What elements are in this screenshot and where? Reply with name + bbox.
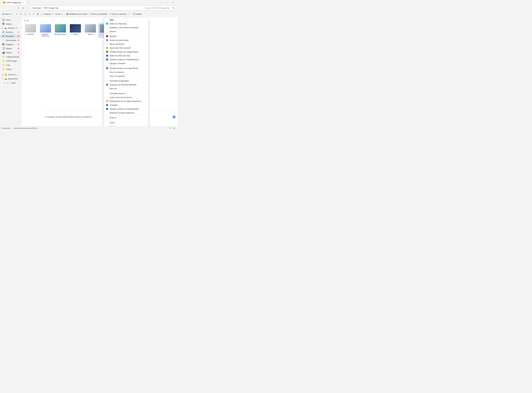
cm-label-blocnotas: Editar en el Bloc de notas <box>110 55 146 57</box>
bottom-text: el contenido. De esta manera liberas esp… <box>45 116 92 118</box>
cm-item-enviar_a[interactable]: Enviar a› <box>104 116 148 120</box>
cm-icon-acceso <box>106 92 108 94</box>
ordenar-button[interactable]: ↕ Ordenar ∨ <box>42 12 54 16</box>
breadcrumb-descargas[interactable]: Descargas <box>33 7 41 9</box>
file-item-radares[interactable]: radares <box>83 23 97 38</box>
cm-icon-quickshare <box>106 39 108 41</box>
nuevo-button[interactable]: ⊕ Nuevo ∨ <box>1 12 13 16</box>
cm-item-quickshare[interactable]: Enviar con Quick Share <box>104 38 148 42</box>
cm-item-ruta[interactable]: Copiar como ruta de acceso <box>104 95 148 99</box>
cortar-button[interactable]: ✂ <box>15 12 19 16</box>
compartir-button[interactable]: ↗ <box>32 12 35 16</box>
forward-button[interactable]: → <box>6 6 10 10</box>
cm-item-clipchamp[interactable]: CEditar con Clipchamp <box>104 22 148 26</box>
address-expand-button[interactable]: › <box>26 6 30 10</box>
girar-izq-button[interactable]: ↺ Girar a la izquierda <box>89 12 108 16</box>
file-item-brujula[interactable]: brujula <box>68 23 82 38</box>
window-controls: ─ □ ✕ <box>157 0 176 5</box>
cm-item-cortar[interactable]: Cortar <box>104 121 148 124</box>
sidebar-item-curp[interactable]: 📁 Curp <box>0 63 21 67</box>
tab-close-button[interactable]: ✕ <box>22 1 24 4</box>
sidebar-item-galeria[interactable]: 🖼 Galería <box>0 22 21 26</box>
new-tab-button[interactable]: + <box>26 0 30 5</box>
fondo-button[interactable]: 🖼 Establecer como fondo <box>65 12 88 16</box>
cm-item-powerrename2[interactable]: PCambiar nombre con PowerRename <box>104 107 148 111</box>
cm-item-girar_izq[interactable]: Girar a la izquierda <box>104 74 148 78</box>
eliminar-button[interactable]: 🗑 <box>36 12 40 16</box>
sidebar-item-descargas[interactable]: ⬇ Descargas 📌 <box>0 34 21 38</box>
close-button[interactable]: ✕ <box>170 0 176 5</box>
girar-der-label: Girar a la derecha <box>112 13 126 15</box>
cm-item-abrir_con[interactable]: Abrir con› <box>104 87 148 90</box>
cm-label-fondo: Establecer como fondo de escritorio <box>110 27 146 29</box>
cm-item-defender[interactable]: DExaminar con Microsoft Defender... <box>104 83 148 87</box>
sidebar-item-capturas[interactable]: 📁 Capturas de par <box>0 55 21 59</box>
cm-item-compartir[interactable]: Compartir <box>104 103 148 107</box>
sidebar-item-choy[interactable]: 📁 CHOY Images d <box>0 59 21 63</box>
sidebar-item-videos2[interactable]: 📁 Vídeos <box>0 67 21 71</box>
cm-label-imageresizer2: Cambiar tamaño con Image Resizer <box>110 67 146 69</box>
sidebar-item-juanma[interactable]: ▶ ☁ Juanma - Persor <box>0 26 21 30</box>
cm-item-acceso[interactable]: Conceder acceso a› <box>104 91 148 95</box>
cm-item-restaurar[interactable]: Restaurar versiones anteriores <box>104 111 148 115</box>
sidebar-item-icloud-drive[interactable]: ▼ ☁ iCloud Drive <box>0 77 21 81</box>
copiar-button[interactable]: ⊙ <box>19 12 23 16</box>
grid-view-button[interactable]: ⊞ <box>173 127 176 130</box>
minimize-button[interactable]: ─ <box>157 0 163 5</box>
search-box[interactable]: 🔍 <box>144 6 176 10</box>
file-item-liberador[interactable]: liberador-archivos-pc <box>39 23 52 38</box>
list-view-button[interactable]: ☰ <box>169 127 172 130</box>
sidebar-item-imagenes[interactable]: 🖼 Imágenes 📌 <box>0 43 21 46</box>
sidebar-item-musica[interactable]: 🎵 Música 📌 <box>0 46 21 50</box>
ver-button[interactable]: ⊞ Ver ∨ <box>54 12 64 16</box>
section-header-today[interactable]: ▼ hoy <box>24 19 175 23</box>
cm-item-cerrajero[interactable]: 🔒Desbloquear con Cerrajero de archivos <box>104 99 148 103</box>
sidebar-item-inicio[interactable]: 🏠 Inicio <box>0 18 21 22</box>
cm-icon-powerrename1: P <box>106 58 108 61</box>
cm-item-imageresizer1[interactable]: Cambiar tamaño con Image Resizer <box>104 50 148 54</box>
cm-divider-13 <box>104 66 148 66</box>
ordenar-chevron: ∨ <box>51 13 53 15</box>
cm-item-favoritos[interactable]: Agregar a Favoritos <box>104 61 148 65</box>
sidebar-item-fotos-icloud[interactable]: ▶ 🟡 Fotos en iCloud <box>0 73 21 77</box>
more-button[interactable]: ··· <box>128 12 131 16</box>
cm-item-abrir[interactable]: Abrir <box>104 18 148 22</box>
cm-item-winrar[interactable]: RWinRAR› <box>104 34 148 38</box>
file-thumb-liberador <box>40 24 51 33</box>
cm-label-quickshare: Enviar con Quick Share <box>110 39 146 41</box>
sidebar-item-escritorio[interactable]: 🖥 Escritorio 📌 <box>0 30 21 34</box>
maximize-button[interactable]: □ <box>163 0 170 5</box>
cm-item-filelocksmith[interactable]: 🔒Unlock with File Locksmith <box>104 46 148 50</box>
cm-label-copiar: Copiar <box>110 125 146 126</box>
search-input[interactable] <box>146 7 172 9</box>
file-item-descargar[interactable]: descargar-mapas <box>54 23 67 38</box>
cm-item-powerrename1[interactable]: PCambiar nombre con PowerRename <box>104 58 148 61</box>
cm-item-girar_der[interactable]: Girar a la derecha <box>104 70 148 74</box>
up-button[interactable]: ↑ <box>11 6 15 10</box>
cm-item-onedrive[interactable]: Mover a OneDrive <box>104 42 148 46</box>
file-item-programas[interactable]: programas <box>24 23 37 38</box>
cm-item-copiar[interactable]: Copiar <box>104 124 148 126</box>
back-button[interactable]: ← <box>1 6 5 10</box>
toolbar-sep-2 <box>40 12 41 16</box>
pegar-button[interactable]: 📋 <box>23 12 27 16</box>
sidebar-item-documentos[interactable]: 📄 Documentos 📌 <box>0 38 21 42</box>
refresh-button[interactable]: ↻ <box>16 6 20 10</box>
videos-pin: 📌 <box>17 52 19 54</box>
main-area: 🏠 Inicio 🖼 Galería ▶ ☁ Juanma - Persor 🖥… <box>0 17 177 126</box>
sidebar-item-videos[interactable]: 📹 Vídeos 📌 <box>0 51 21 55</box>
cm-item-blocnotas[interactable]: Editar en el Bloc de notas <box>104 54 148 58</box>
cm-item-imprimir[interactable]: Imprimir <box>104 29 148 33</box>
girar-der-button[interactable]: ↻ Girar a la derecha <box>109 12 127 16</box>
view-switch-button[interactable]: ⊡ <box>21 6 25 10</box>
cm-item-imageresizer2[interactable]: Cambiar tamaño con Image Resizer <box>104 66 148 70</box>
detalles-button[interactable]: ☰ Detalles <box>132 12 143 16</box>
renombrar-button[interactable]: ✏ <box>28 12 31 16</box>
sidebar-item-trash[interactable]: ▶ 📁 .Trash <box>0 81 21 85</box>
breadcrumb-choy[interactable]: CHOY Images day <box>43 7 58 9</box>
breadcrumb-sep-1: › <box>42 7 43 9</box>
cm-item-fondo[interactable]: Establecer como fondo de escritorio <box>104 26 148 29</box>
cm-item-transmitir[interactable]: Transmitir en dispositivo› <box>104 79 148 83</box>
active-tab[interactable]: CHOY Images day ✕ <box>1 0 25 5</box>
address-bar[interactable]: Descargas › CHOY Images day <box>31 6 144 10</box>
